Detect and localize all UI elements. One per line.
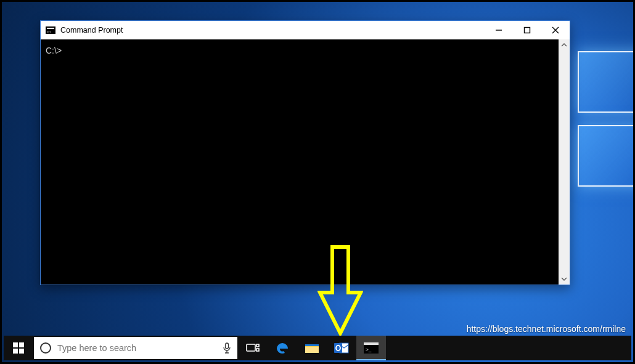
svg-rect-7 [19, 349, 24, 354]
outlook-icon [334, 341, 349, 355]
svg-rect-10 [256, 344, 259, 347]
svg-rect-18 [364, 342, 379, 345]
command-prompt-window: Command Prompt C:\> [40, 20, 570, 285]
svg-rect-9 [247, 344, 255, 351]
search-input[interactable] [57, 343, 223, 353]
attribution-text: https://blogs.technet.microsoft.com/rmil… [467, 324, 626, 334]
task-view-button[interactable] [238, 336, 268, 360]
taskbar-search[interactable] [34, 337, 237, 359]
svg-rect-6 [13, 349, 18, 354]
cmd-taskbar-icon: >_ [364, 342, 379, 354]
window-title: Command Prompt [60, 26, 123, 34]
task-view-icon [246, 342, 260, 354]
window-titlebar[interactable]: Command Prompt [41, 21, 570, 39]
microphone-icon[interactable] [223, 342, 231, 354]
cortana-circle-icon [40, 342, 51, 354]
svg-rect-1 [525, 28, 530, 33]
svg-text:>_: >_ [366, 347, 372, 352]
taskbar-item-command-prompt[interactable]: >_ [356, 336, 386, 360]
svg-rect-4 [13, 342, 18, 347]
terminal-prompt: C:\> [46, 46, 62, 55]
taskbar: >_ [4, 336, 631, 360]
scroll-up-button[interactable] [559, 39, 570, 51]
edge-icon [275, 341, 290, 355]
terminal-output[interactable]: C:\> [41, 39, 559, 285]
taskbar-item-edge[interactable] [268, 336, 297, 360]
maximize-button[interactable] [513, 21, 541, 39]
desktop-screenshot: Command Prompt C:\> [0, 0, 635, 364]
svg-rect-15 [334, 343, 342, 353]
svg-rect-11 [256, 349, 259, 351]
scroll-down-button[interactable] [559, 273, 570, 285]
close-button[interactable] [541, 21, 570, 39]
start-button[interactable] [4, 336, 33, 360]
minimize-button[interactable] [485, 21, 513, 39]
taskbar-item-outlook[interactable] [327, 336, 356, 360]
window-client-area: C:\> [41, 39, 570, 285]
svg-rect-13 [305, 344, 319, 346]
folder-icon [305, 342, 319, 354]
taskbar-item-file-explorer[interactable] [297, 336, 327, 360]
svg-rect-8 [226, 343, 229, 349]
windows-logo-icon [13, 342, 24, 354]
svg-rect-12 [305, 347, 319, 353]
cmd-icon [46, 26, 55, 34]
vertical-scrollbar[interactable] [559, 39, 570, 285]
svg-rect-5 [19, 342, 24, 347]
